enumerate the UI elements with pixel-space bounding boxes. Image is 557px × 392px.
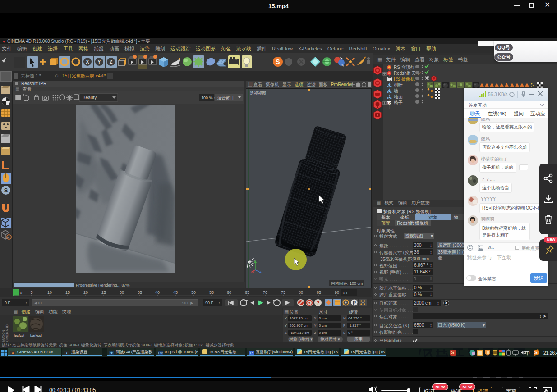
svg-text:P: P: [353, 300, 356, 305]
svg-text:barkcol: barkcol: [30, 333, 42, 337]
svg-text:网格间距: 100 cm: 网格间距: 100 cm: [331, 281, 363, 286]
svg-text:25: 25: [101, 290, 106, 295]
svg-text:L0: L0: [387, 101, 391, 105]
svg-text:0: 0: [20, 291, 22, 295]
svg-text:10: 10: [47, 290, 52, 295]
svg-text:S: S: [451, 350, 455, 355]
svg-text:墙: 墙: [393, 88, 398, 93]
svg-text:S: S: [534, 350, 538, 355]
svg-text:◀ 0 F: ◀ 0 F: [34, 301, 43, 305]
svg-text:↕: ↕: [218, 301, 220, 305]
svg-text:45: 45: [173, 290, 178, 295]
svg-text:?: ?: [317, 300, 320, 305]
svg-text:90 F: 90 F: [205, 301, 214, 305]
svg-text:30: 30: [120, 290, 124, 295]
svg-text:60: 60: [227, 290, 231, 295]
svg-text:55: 55: [209, 290, 214, 295]
svg-text:X: X: [86, 59, 89, 64]
svg-text:中: 中: [525, 350, 530, 356]
svg-text:leafcol: leafcol: [14, 333, 24, 337]
svg-text:75: 75: [281, 290, 285, 295]
svg-text:Y: Y: [97, 59, 101, 64]
svg-text:65: 65: [245, 290, 249, 295]
svg-text:15: 15: [65, 290, 70, 295]
svg-text:35: 35: [138, 290, 142, 295]
svg-text:Z: Z: [110, 59, 113, 64]
svg-text:0 F: 0 F: [343, 291, 349, 295]
svg-text:90: 90: [335, 290, 339, 295]
svg-text:5: 5: [30, 290, 32, 295]
svg-text:↕: ↕: [25, 301, 27, 305]
svg-text:50: 50: [191, 290, 196, 295]
svg-text:RS 穹顶灯: RS 穹顶灯: [394, 65, 415, 70]
svg-text:RS 摄像机: RS 摄像机: [394, 77, 415, 82]
svg-text:85: 85: [317, 290, 321, 295]
svg-text:70: 70: [263, 290, 267, 295]
svg-text:0 F: 0 F: [5, 301, 11, 305]
svg-text:S: S: [4, 187, 8, 194]
svg-text:40: 40: [155, 290, 160, 295]
svg-text:适合窗口: 适合窗口: [217, 96, 234, 100]
svg-text:20: 20: [83, 290, 88, 295]
svg-text:地面: 地面: [393, 94, 403, 99]
svg-text:树叶: 树叶: [394, 82, 403, 87]
svg-text:90 F ▶: 90 F ▶: [182, 301, 193, 305]
svg-text:Beauty: Beauty: [83, 95, 97, 100]
svg-text:椅子: 椅子: [394, 100, 403, 105]
svg-text:100 % ↕: 100 % ↕: [201, 96, 216, 100]
svg-text:S: S: [276, 58, 280, 65]
svg-text:透视视图: 透视视图: [250, 91, 266, 96]
svg-text:80: 80: [299, 290, 303, 295]
